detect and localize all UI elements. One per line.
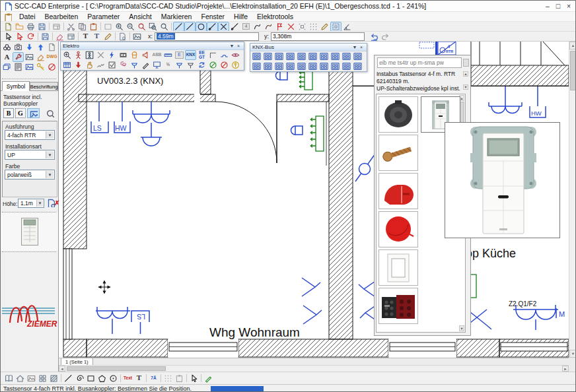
zoom-dynamic-button[interactable]: [159, 22, 170, 32]
el-pen[interactable]: [140, 60, 151, 70]
select-red-cursor-tool[interactable]: [14, 32, 25, 42]
properties-panel-button[interactable]: [65, 32, 77, 42]
el-zoom-in[interactable]: [61, 50, 73, 60]
list-scroll-down-icon[interactable]: ▼: [459, 325, 464, 331]
product-terminal-block-set[interactable]: [378, 288, 418, 324]
product-flush-mount-box[interactable]: [378, 96, 418, 133]
el-fill-bucket[interactable]: [129, 50, 140, 60]
menu-item-markieren[interactable]: Markieren: [157, 12, 197, 21]
menu-item-elektrotools[interactable]: Elektrotools: [252, 12, 298, 21]
knx-symbol-button-2-3[interactable]: [273, 61, 285, 71]
knx-toolbar-titlebar[interactable]: KNX-Bus ▼ ×: [250, 44, 367, 51]
knx-symbol-button-2-10[interactable]: [352, 61, 363, 71]
canvas-horizontal-scrollbar[interactable]: ◄ ►: [59, 365, 569, 372]
format-g-button[interactable]: G: [15, 108, 26, 118]
select-cursor-tool[interactable]: [3, 32, 14, 42]
el-lightning[interactable]: [106, 50, 118, 60]
zoom-all-button[interactable]: [147, 22, 159, 32]
cut-button[interactable]: [65, 22, 77, 32]
save-button[interactable]: [36, 22, 48, 32]
el-table[interactable]: [61, 60, 73, 70]
chevron-down-icon[interactable]: ▼: [36, 200, 43, 207]
tab-symbol[interactable]: Symbol: [2, 81, 30, 91]
knx-symbol-button-1-7[interactable]: [318, 51, 330, 61]
el-polyline[interactable]: [95, 60, 106, 70]
new-file-button[interactable]: [3, 22, 14, 32]
draw-polyline-tool[interactable]: [184, 22, 196, 32]
zoom-previous-button[interactable]: [136, 22, 147, 32]
el-enable[interactable]: [207, 60, 219, 70]
canvas-vertical-scrollbar[interactable]: ▲ ▼: [569, 42, 576, 358]
el-ruler[interactable]: [162, 50, 174, 60]
close-button[interactable]: ×: [563, 2, 574, 10]
scroll-up-icon[interactable]: ▲: [569, 42, 576, 49]
product-red-cover[interactable]: [378, 211, 418, 247]
eraser-button-2[interactable]: [35, 52, 46, 62]
el-lock-key[interactable]: [230, 60, 241, 70]
disable-symbol-button[interactable]: [46, 62, 57, 72]
knx-symbol-button-1-6[interactable]: [307, 51, 318, 61]
knx-symbol-button-2-2[interactable]: [262, 61, 273, 71]
el-e-symbols[interactable]: E: [174, 50, 185, 60]
copy-button[interactable]: [77, 22, 88, 32]
scroll-down-icon[interactable]: ▼: [569, 350, 576, 358]
menu-item-ansicht[interactable]: Ansicht: [124, 12, 156, 21]
el-socket-tool-2[interactable]: [174, 60, 185, 70]
scroll-right-icon[interactable]: ►: [562, 366, 569, 372]
knx-symbol-button-1-10[interactable]: [352, 51, 363, 61]
edit-grid-tool[interactable]: [319, 22, 330, 32]
collapse-icon[interactable]: ▼: [351, 45, 358, 49]
measure-angle-tool[interactable]: [342, 22, 353, 32]
installationsart-select[interactable]: UP▼: [5, 150, 55, 160]
maximize-button[interactable]: □: [553, 2, 563, 10]
dwg-export-button[interactable]: DWG: [46, 52, 57, 62]
farbe-select[interactable]: polarweiß▼: [5, 170, 55, 180]
zoom-in-button[interactable]: [114, 22, 125, 32]
symbol-image-toggle[interactable]: [27, 108, 40, 118]
knx-symbol-button-1-2[interactable]: [262, 51, 273, 61]
knx-symbol-button-1-5[interactable]: [296, 51, 307, 61]
el-arrow-down[interactable]: [73, 60, 84, 70]
close-icon[interactable]: ×: [235, 44, 242, 48]
draw-line-point-tool[interactable]: [207, 22, 218, 32]
roof-tool[interactable]: [15, 373, 26, 384]
el-fraction[interactable]: ½: [162, 60, 174, 70]
el-monitor[interactable]: [151, 60, 162, 70]
grid-gray-toggle[interactable]: [162, 373, 174, 384]
text-tool[interactable]: T: [80, 32, 91, 42]
export-button[interactable]: [51, 22, 62, 32]
parts-list-button[interactable]: [13, 62, 24, 72]
symbol-tools-button[interactable]: [13, 52, 24, 62]
hoehe-select[interactable]: 1,1m▼: [18, 199, 44, 208]
chevron-down-icon[interactable]: ▼: [46, 171, 54, 178]
edit-pen-green-tool[interactable]: [203, 373, 214, 384]
menu-item-hilfe[interactable]: Hilfe: [229, 12, 252, 21]
el-signal-horn[interactable]: [140, 50, 151, 60]
menu-item-fenster[interactable]: Fenster: [196, 12, 229, 21]
select-region-tool[interactable]: [330, 22, 342, 32]
delete-height-button[interactable]: ✗: [54, 199, 59, 207]
el-knx-tools[interactable]: KNX: [185, 50, 196, 60]
product-red-device-clamp[interactable]: [378, 173, 418, 209]
tile-view-button[interactable]: [37, 373, 48, 384]
delete-marker-tool[interactable]: [285, 22, 297, 32]
el-socket-tool[interactable]: [129, 60, 140, 70]
el-socket-tool-3[interactable]: [185, 60, 196, 70]
knx-symbol-button-2-1[interactable]: [251, 61, 262, 71]
image-frame-tool[interactable]: [26, 373, 37, 384]
format-bold-button[interactable]: B: [3, 108, 14, 118]
move-down-button[interactable]: [24, 42, 35, 52]
rotate-selection-tool[interactable]: [25, 32, 36, 42]
knx-symbol-button-1-9[interactable]: [341, 51, 352, 61]
window-cascade-button[interactable]: [1, 62, 13, 72]
el-bridge-symbol[interactable]: [219, 50, 230, 60]
knx-symbol-button-1-1[interactable]: [251, 51, 262, 61]
el-symbol-select[interactable]: [84, 50, 95, 60]
el-symbol-search[interactable]: [73, 50, 84, 60]
new-view-button[interactable]: [102, 22, 114, 32]
save-button-2[interactable]: [40, 32, 51, 42]
knx-symbol-button-2-9[interactable]: [341, 61, 352, 71]
draw-line-point-tool-2[interactable]: [229, 22, 240, 32]
knx-symbol-button-2-5[interactable]: [296, 61, 307, 71]
hatch-tool[interactable]: [48, 373, 59, 384]
